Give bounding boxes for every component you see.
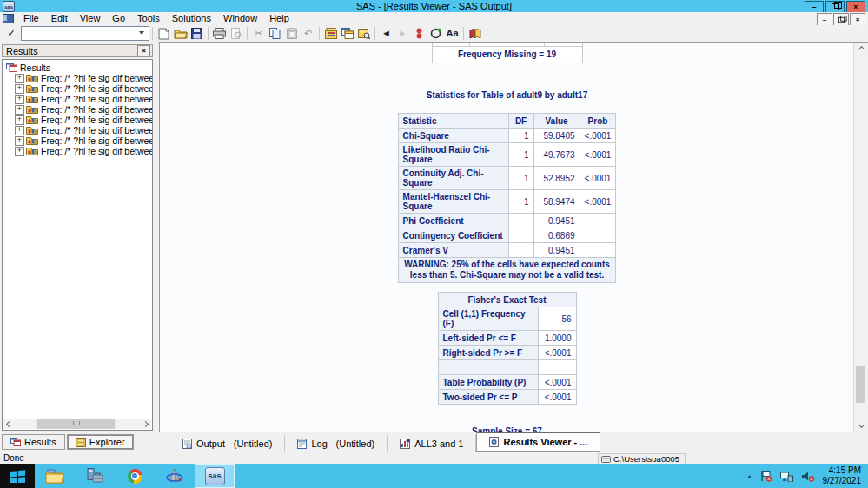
save-icon[interactable] <box>189 26 205 41</box>
tree-item[interactable]: + Freq: /* ?hl fe sig dif between yes 20… <box>6 73 152 83</box>
log-tab-icon <box>297 439 307 449</box>
paste-icon[interactable] <box>283 26 300 41</box>
scroll-thumb[interactable] <box>856 366 865 403</box>
tab-log-label: Log - (Untitled) <box>311 439 374 449</box>
plus-expander-icon[interactable]: + <box>15 126 24 135</box>
taskbar-sas-deployment[interactable] <box>155 464 195 488</box>
tree-item[interactable]: + Freq: /* ?hl fe sig dif between yes 20… <box>6 94 152 104</box>
plus-expander-icon[interactable]: + <box>15 105 24 115</box>
table-row: Phi Coefficient 0.9451 <box>398 214 616 228</box>
tab-all3-window[interactable]: ALL3 and 1 <box>388 435 476 452</box>
tab-log-window[interactable]: Log - (Untitled) <box>285 435 388 452</box>
action-center-flag-icon[interactable] <box>759 470 772 482</box>
plus-expander-icon[interactable]: + <box>15 147 24 156</box>
explorer-toolbar-icon[interactable] <box>355 26 372 41</box>
menu-view[interactable]: View <box>74 12 107 25</box>
command-combobox[interactable] <box>21 26 149 41</box>
plus-expander-icon[interactable]: + <box>15 136 24 146</box>
back-icon[interactable]: ◄ <box>378 26 394 41</box>
tree-item[interactable]: + Freq: /* ?hl fe sig dif between yes 20… <box>6 115 152 125</box>
plus-expander-icon[interactable]: + <box>15 95 24 104</box>
help-icon[interactable] <box>467 26 483 41</box>
menu-help[interactable]: Help <box>263 12 295 25</box>
refresh-icon[interactable] <box>427 26 444 41</box>
open-icon[interactable] <box>172 26 189 41</box>
submit-check-button[interactable]: ✓ <box>3 27 19 40</box>
col-prob: Prob <box>580 114 616 129</box>
forward-icon[interactable]: ► <box>394 26 411 41</box>
print-preview-icon[interactable] <box>228 26 244 41</box>
scroll-up-arrow[interactable] <box>854 43 868 56</box>
minimize-button[interactable]: – <box>805 1 824 13</box>
tree-item[interactable]: + Freq: /* ?hl fe sig dif between yes 20… <box>6 146 152 156</box>
tab-results-viewer-window[interactable]: Results Viewer - ... <box>476 432 600 452</box>
fisher-label <box>438 360 539 375</box>
stat-value: 59.8405 <box>533 129 580 143</box>
sas-taskbar-icon: sas <box>205 467 225 485</box>
cut-icon[interactable]: ✂ <box>250 26 267 41</box>
start-button[interactable] <box>0 464 35 488</box>
tab-results[interactable]: Results <box>2 434 65 450</box>
stat-df <box>508 214 533 228</box>
fisher-value: <.0001 <box>539 390 576 405</box>
close-button[interactable]: × <box>846 1 865 13</box>
content-vertical-scrollbar[interactable] <box>853 43 868 432</box>
tray-expand-icon[interactable]: ▴ <box>747 472 751 480</box>
stop-icon[interactable] <box>411 26 427 41</box>
child-close-button[interactable]: × <box>850 13 865 26</box>
statistics-title: Statistics for Table of adult9 by adult1… <box>427 90 587 100</box>
fisher-label: Two-sided Pr <= P <box>438 390 539 405</box>
tree-item[interactable]: + Freq: /* ?hl fe sig dif between yes 20… <box>6 135 152 146</box>
copy-icon[interactable] <box>267 26 283 41</box>
restore-button[interactable] <box>825 1 845 13</box>
taskbar-clock[interactable]: 4:15 PM 9/27/2021 <box>823 465 862 486</box>
new-library-icon[interactable] <box>322 26 339 41</box>
menu-tools[interactable]: Tools <box>131 12 166 25</box>
title-bar: sas SAS - [Results Viewer - SAS Output] … <box>0 0 868 12</box>
window-list-icon[interactable] <box>339 26 355 41</box>
child-restore-icon <box>838 16 844 22</box>
fisher-value: <.0001 <box>539 375 576 390</box>
new-icon[interactable] <box>156 26 172 41</box>
child-minimize-button[interactable]: – <box>817 13 832 26</box>
scroll-right-arrow[interactable] <box>140 419 151 429</box>
plus-expander-icon[interactable]: + <box>15 74 24 83</box>
scroll-thumb[interactable] <box>37 419 115 429</box>
table-row: Mantel-Haenszel Chi-Square 1 58.9474 <.0… <box>398 190 616 214</box>
child-window-icon[interactable] <box>3 14 14 23</box>
combo-dropdown-arrow[interactable] <box>136 28 148 37</box>
tree-root-row[interactable]: Results <box>6 63 152 73</box>
taskbar-sas[interactable]: sas <box>195 464 235 488</box>
tree-item[interactable]: + Freq: /* ?hl fe sig dif between yes 20… <box>6 125 152 135</box>
results-panel-close-button[interactable]: × <box>137 45 150 56</box>
scroll-left-arrow[interactable] <box>3 419 15 429</box>
stat-prob: <.0001 <box>580 143 616 167</box>
fonts-icon[interactable]: Aa <box>444 26 461 41</box>
volume-muted-icon[interactable] <box>801 471 815 482</box>
scroll-track[interactable] <box>15 419 140 429</box>
plus-expander-icon[interactable]: + <box>15 84 24 94</box>
print-icon[interactable] <box>211 26 228 41</box>
tab-explorer[interactable]: Explorer <box>67 434 134 450</box>
network-icon[interactable] <box>780 471 793 482</box>
menu-edit[interactable]: Edit <box>45 12 74 25</box>
taskbar-file-explorer[interactable] <box>35 464 75 488</box>
tree-item[interactable]: + Freq: /* ?hl fe sig dif between yes 20… <box>6 83 152 94</box>
plus-expander-icon[interactable]: + <box>15 115 24 125</box>
table-row: Table Probability (P) <.0001 <box>438 375 576 390</box>
tree-item-label: Freq: /* ?hl fe sig dif between yes 2019… <box>41 73 152 83</box>
menu-go[interactable]: Go <box>106 12 131 25</box>
server-manager-icon <box>86 468 103 484</box>
tree-horizontal-scrollbar[interactable] <box>3 419 151 429</box>
undo-icon[interactable]: ↶ <box>300 26 316 41</box>
taskbar-server-manager[interactable] <box>75 464 115 488</box>
menu-window[interactable]: Window <box>217 12 263 25</box>
command-input[interactable] <box>23 28 136 39</box>
taskbar-chrome[interactable] <box>115 464 155 488</box>
menu-solutions[interactable]: Solutions <box>166 12 217 25</box>
menu-file[interactable]: File <box>17 12 45 25</box>
tree-item[interactable]: + Freq: /* ?hl fe sig dif between yes 20… <box>6 104 152 115</box>
tab-output-window[interactable]: Output - (Untitled) <box>170 435 285 452</box>
child-restore-button[interactable] <box>833 13 849 26</box>
scroll-down-arrow[interactable] <box>854 419 868 432</box>
